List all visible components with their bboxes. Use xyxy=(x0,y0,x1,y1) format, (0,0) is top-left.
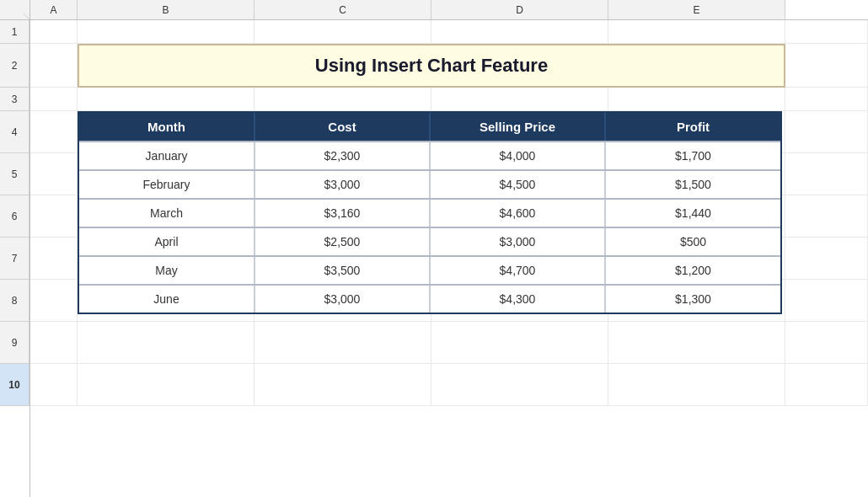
col-header-d: D xyxy=(431,0,608,19)
grid-row-9 xyxy=(30,322,868,364)
cell-cost-jun: $3,000 xyxy=(255,286,430,313)
cell-selling-mar: $4,600 xyxy=(430,200,605,227)
page-title: Using Insert Chart Feature xyxy=(315,55,548,77)
col-header-selling-price: Selling Price xyxy=(430,113,605,141)
cell-cost-mar: $3,160 xyxy=(255,200,430,227)
table-header-row: Month Cost Selling Price Profit xyxy=(79,113,780,142)
table-row: January $2,300 $4,000 $1,700 xyxy=(79,142,780,170)
table-row: March $3,160 $4,600 $1,440 xyxy=(79,199,780,227)
cell-selling-jan: $4,000 xyxy=(430,142,605,169)
col-header-b: B xyxy=(78,0,255,19)
spreadsheet: A B C D E 1 2 3 4 5 6 7 8 9 10 xyxy=(0,0,868,497)
grid-row-10 xyxy=(30,364,868,406)
col-header-a: A xyxy=(30,0,78,19)
cell-cost-jan: $2,300 xyxy=(255,142,430,169)
grid-row-3 xyxy=(30,88,868,111)
row-num-7: 7 xyxy=(0,238,29,280)
row-num-4: 4 xyxy=(0,111,29,153)
cell-profit-jun: $1,300 xyxy=(605,286,780,313)
table-row: February $3,000 $4,500 $1,500 xyxy=(79,170,780,199)
row-num-8: 8 xyxy=(0,280,29,322)
corner-icon xyxy=(0,0,30,20)
cell-cost-feb: $3,000 xyxy=(255,171,430,198)
corner-cell xyxy=(0,0,30,20)
main-grid[interactable]: Using Insert Chart Feature Month Cost Se… xyxy=(30,20,868,497)
svg-line-0 xyxy=(24,13,30,20)
cell-profit-may: $1,200 xyxy=(605,257,780,284)
row-num-5: 5 xyxy=(0,153,29,195)
table-row: June $3,000 $4,300 $1,300 xyxy=(79,285,780,313)
cell-month-apr: April xyxy=(79,228,255,255)
row-num-6: 6 xyxy=(0,195,29,238)
table-row: May $3,500 $4,700 $1,200 xyxy=(79,256,780,285)
cell-month-jun: June xyxy=(79,286,255,313)
row-num-10: 10 xyxy=(0,364,29,406)
cell-selling-apr: $3,000 xyxy=(430,228,605,255)
cell-month-may: May xyxy=(79,257,255,284)
cell-selling-jun: $4,300 xyxy=(430,286,605,313)
column-headers: A B C D E xyxy=(30,0,868,20)
data-table: Month Cost Selling Price Profit January … xyxy=(78,111,782,314)
col-header-profit: Profit xyxy=(605,113,780,141)
table-row: April $2,500 $3,000 $500 xyxy=(79,227,780,256)
row-headers: 1 2 3 4 5 6 7 8 9 10 xyxy=(0,20,30,497)
col-header-e: E xyxy=(608,0,785,19)
title-cell: Using Insert Chart Feature xyxy=(78,44,785,88)
cell-month-jan: January xyxy=(79,142,255,169)
col-header-cost: Cost xyxy=(255,113,430,141)
col-header-c: C xyxy=(255,0,431,19)
cell-cost-may: $3,500 xyxy=(255,257,430,284)
grid-row-1 xyxy=(30,20,868,44)
cell-profit-apr: $500 xyxy=(605,228,780,255)
cell-month-mar: March xyxy=(79,200,255,227)
row-num-1: 1 xyxy=(0,20,29,44)
row-num-9: 9 xyxy=(0,322,29,364)
row-num-3: 3 xyxy=(0,88,29,111)
cell-month-feb: February xyxy=(79,171,255,198)
cell-selling-feb: $4,500 xyxy=(430,171,605,198)
cell-cost-apr: $2,500 xyxy=(255,228,430,255)
cell-profit-feb: $1,500 xyxy=(605,171,780,198)
cell-selling-may: $4,700 xyxy=(430,257,605,284)
cell-profit-mar: $1,440 xyxy=(605,200,780,227)
row-num-2: 2 xyxy=(0,44,29,88)
col-header-month: Month xyxy=(79,113,255,141)
cell-profit-jan: $1,700 xyxy=(605,142,780,169)
